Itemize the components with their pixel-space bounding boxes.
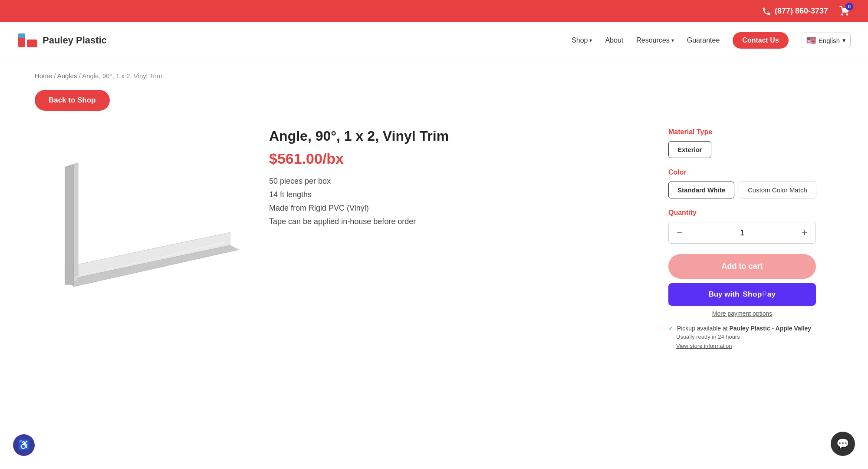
top-bar: (877) 860-3737 0 (0, 0, 868, 22)
breadcrumb: Home / Angles / Angle, 90°, 1 x 2, Vinyl… (0, 59, 868, 84)
cart-badge: 0 (845, 3, 853, 10)
logo-link[interactable]: Pauley Plastic (17, 30, 107, 51)
phone-number[interactable]: (877) 860-3737 (762, 7, 828, 16)
lang-label: English (819, 37, 840, 44)
breadcrumb-home[interactable]: Home (35, 72, 52, 79)
material-exterior-button[interactable]: Exterior (668, 141, 711, 158)
logo-text: Pauley Plastic (43, 35, 107, 46)
svg-marker-8 (74, 163, 78, 280)
material-type-buttons: Exterior (668, 141, 833, 158)
nav-links: Shop About Resources Guarantee Contact U… (572, 32, 851, 49)
svg-marker-6 (65, 165, 74, 284)
lang-chevron-icon: ▾ (842, 36, 846, 44)
main-nav: Pauley Plastic Shop About Resources Guar… (0, 22, 868, 59)
product-features: 50 pieces per box 14 ft lengths Made fro… (269, 177, 642, 226)
quantity-increase-button[interactable]: + (794, 222, 815, 243)
nav-shop[interactable]: Shop (572, 36, 592, 44)
pickup-info: ✓ Pickup available at Pauley Plastic - A… (668, 325, 816, 349)
pickup-available: ✓ Pickup available at Pauley Plastic - A… (668, 325, 816, 332)
view-store-link[interactable]: View store information (668, 343, 816, 349)
quantity-row: − + (668, 222, 816, 244)
flag-icon: 🇺🇸 (806, 36, 816, 45)
product-image (39, 124, 239, 306)
pickup-available-text: Pickup available at (677, 325, 728, 332)
product-info-col: Angle, 90°, 1 x 2, Vinyl Trim $561.00/bx… (269, 124, 642, 239)
feature-2: 14 ft lengths (269, 190, 642, 199)
material-type-section: Material Type Exterior (668, 128, 833, 158)
color-section: Color Standard White Custom Color Match (668, 168, 833, 198)
back-to-shop-button[interactable]: Back to Shop (35, 90, 110, 111)
color-buttons: Standard White Custom Color Match (668, 182, 833, 198)
buy-with-shoppay-button[interactable]: Buy with ShopPay (668, 283, 816, 306)
material-type-label: Material Type (668, 128, 833, 136)
cart-button[interactable]: 0 (838, 4, 851, 18)
feature-3: Made from Rigid PVC (Vinyl) (269, 204, 642, 213)
pickup-ready-text: Usually ready in 24 hours (668, 334, 816, 340)
add-to-cart-button[interactable]: Add to cart (668, 254, 816, 279)
quantity-decrease-button[interactable]: − (669, 222, 690, 243)
phone-icon (762, 7, 771, 16)
color-standard-white-button[interactable]: Standard White (668, 182, 734, 198)
breadcrumb-angles[interactable]: Angles (57, 72, 77, 79)
quantity-label: Quantity (668, 209, 833, 217)
product-title: Angle, 90°, 1 x 2, Vinyl Trim (269, 128, 642, 144)
nav-resources[interactable]: Resources (636, 36, 674, 44)
svg-rect-2 (27, 40, 37, 47)
svg-marker-9 (74, 240, 230, 278)
color-custom-match-button[interactable]: Custom Color Match (739, 182, 816, 198)
pickup-store-name: Pauley Plastic - Apple Valley (730, 325, 812, 332)
feature-4: Tape can be applied in-house before orde… (269, 217, 642, 226)
svg-rect-1 (18, 33, 25, 38)
product-area: Angle, 90°, 1 x 2, Vinyl Trim $561.00/bx… (0, 124, 868, 375)
nav-guarantee[interactable]: Guarantee (687, 36, 720, 44)
checkmark-icon: ✓ (668, 325, 674, 332)
options-col: Material Type Exterior Color Standard Wh… (668, 124, 833, 349)
quantity-section: Quantity − + (668, 209, 833, 244)
quantity-input[interactable] (690, 228, 794, 238)
nav-about[interactable]: About (605, 36, 623, 44)
product-price: $561.00/bx (269, 150, 642, 167)
breadcrumb-current: Angle, 90°, 1 x 2, Vinyl Trim (82, 72, 162, 79)
language-selector[interactable]: 🇺🇸 English ▾ (802, 33, 851, 48)
breadcrumb-sep1: / (54, 72, 57, 79)
product-image-col (35, 124, 243, 306)
feature-1: 50 pieces per box (269, 177, 642, 186)
contact-us-button[interactable]: Contact Us (733, 32, 788, 49)
color-label: Color (668, 168, 833, 176)
logo-icon (17, 30, 38, 51)
more-payment-options-button[interactable]: More payment options (668, 310, 816, 317)
